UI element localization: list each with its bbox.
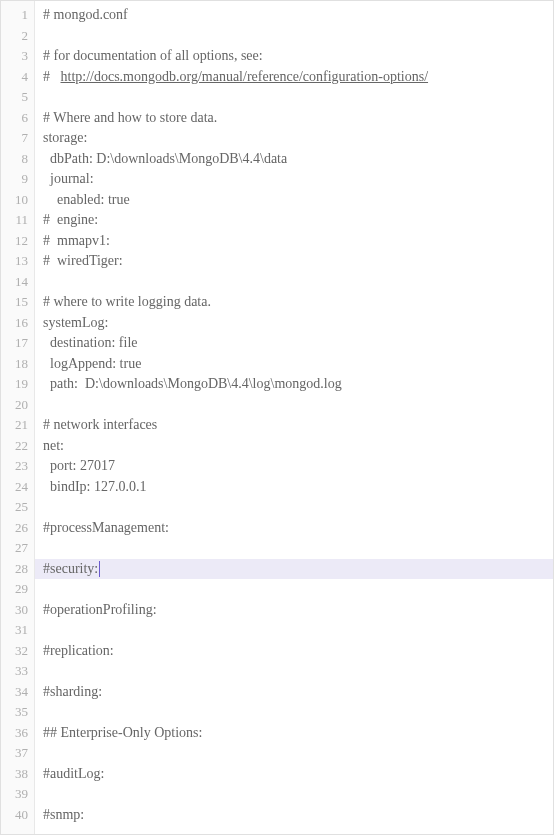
code-editor[interactable]: 1234567891011121314151617181920212223242… <box>0 0 554 835</box>
code-line[interactable]: logAppend: true <box>35 354 553 375</box>
code-line[interactable]: #sharding: <box>35 682 553 703</box>
code-line[interactable]: port: 27017 <box>35 456 553 477</box>
line-number: 14 <box>1 272 34 293</box>
config-doc-link[interactable]: http://docs.mongodb.org/manual/reference… <box>61 69 429 84</box>
code-line[interactable] <box>35 579 553 600</box>
code-line[interactable]: # for documentation of all options, see: <box>35 46 553 67</box>
code-line[interactable]: dbPath: D:\downloads\MongoDB\4.4\data <box>35 149 553 170</box>
code-line[interactable] <box>35 661 553 682</box>
line-number: 27 <box>1 538 34 559</box>
code-line[interactable]: # network interfaces <box>35 415 553 436</box>
code-line[interactable]: journal: <box>35 169 553 190</box>
line-number: 16 <box>1 313 34 334</box>
line-number: 29 <box>1 579 34 600</box>
line-number: 15 <box>1 292 34 313</box>
code-line[interactable]: net: <box>35 436 553 457</box>
code-line[interactable]: # http://docs.mongodb.org/manual/referen… <box>35 67 553 88</box>
line-number: 35 <box>1 702 34 723</box>
line-number: 39 <box>1 784 34 805</box>
line-number: 25 <box>1 497 34 518</box>
code-area[interactable]: # mongod.conf# for documentation of all … <box>35 1 553 834</box>
code-line[interactable] <box>35 87 553 108</box>
line-number: 24 <box>1 477 34 498</box>
line-number: 32 <box>1 641 34 662</box>
code-line[interactable]: # mmapv1: <box>35 231 553 252</box>
line-number: 23 <box>1 456 34 477</box>
code-line[interactable]: #snmp: <box>35 805 553 826</box>
code-line[interactable]: # wiredTiger: <box>35 251 553 272</box>
code-line[interactable] <box>35 272 553 293</box>
code-line[interactable] <box>35 26 553 47</box>
code-line[interactable]: # mongod.conf <box>35 5 553 26</box>
code-line[interactable]: #auditLog: <box>35 764 553 785</box>
line-number: 40 <box>1 805 34 826</box>
line-number: 36 <box>1 723 34 744</box>
line-number: 9 <box>1 169 34 190</box>
line-number: 38 <box>1 764 34 785</box>
line-number: 34 <box>1 682 34 703</box>
line-number: 17 <box>1 333 34 354</box>
line-number: 12 <box>1 231 34 252</box>
line-number: 8 <box>1 149 34 170</box>
line-number: 30 <box>1 600 34 621</box>
code-line[interactable]: #security: <box>35 559 553 580</box>
line-number: 6 <box>1 108 34 129</box>
line-number: 13 <box>1 251 34 272</box>
line-number: 21 <box>1 415 34 436</box>
code-line[interactable] <box>35 497 553 518</box>
line-number: 33 <box>1 661 34 682</box>
code-line[interactable]: #replication: <box>35 641 553 662</box>
code-line[interactable]: # where to write logging data. <box>35 292 553 313</box>
line-number: 28 <box>1 559 34 580</box>
code-line[interactable] <box>35 784 553 805</box>
line-number: 11 <box>1 210 34 231</box>
text-cursor <box>99 561 100 577</box>
line-number: 10 <box>1 190 34 211</box>
code-line[interactable]: #operationProfiling: <box>35 600 553 621</box>
line-number: 1 <box>1 5 34 26</box>
line-number: 4 <box>1 67 34 88</box>
code-line[interactable]: path: D:\downloads\MongoDB\4.4\log\mongo… <box>35 374 553 395</box>
line-number: 5 <box>1 87 34 108</box>
code-line[interactable] <box>35 395 553 416</box>
code-line[interactable]: #processManagement: <box>35 518 553 539</box>
code-line[interactable]: # engine: <box>35 210 553 231</box>
code-line[interactable] <box>35 620 553 641</box>
code-line[interactable]: systemLog: <box>35 313 553 334</box>
line-number: 31 <box>1 620 34 641</box>
code-line[interactable] <box>35 743 553 764</box>
line-number: 3 <box>1 46 34 67</box>
line-number: 2 <box>1 26 34 47</box>
code-line[interactable] <box>35 702 553 723</box>
code-line[interactable]: storage: <box>35 128 553 149</box>
line-number: 37 <box>1 743 34 764</box>
code-line[interactable]: ## Enterprise-Only Options: <box>35 723 553 744</box>
line-number: 18 <box>1 354 34 375</box>
line-number: 26 <box>1 518 34 539</box>
line-number: 7 <box>1 128 34 149</box>
line-number: 22 <box>1 436 34 457</box>
code-line[interactable]: enabled: true <box>35 190 553 211</box>
code-line[interactable] <box>35 538 553 559</box>
line-number-gutter: 1234567891011121314151617181920212223242… <box>1 1 35 834</box>
code-line[interactable]: # Where and how to store data. <box>35 108 553 129</box>
line-number: 19 <box>1 374 34 395</box>
code-line[interactable]: bindIp: 127.0.0.1 <box>35 477 553 498</box>
code-line[interactable]: destination: file <box>35 333 553 354</box>
line-number: 20 <box>1 395 34 416</box>
